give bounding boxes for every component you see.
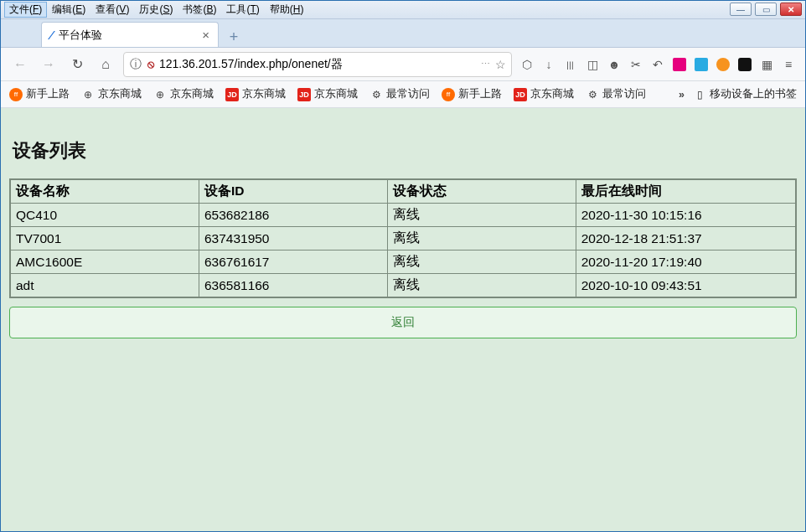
bookmark-label: 京东商城: [242, 87, 286, 101]
table-row: adt636581166离线2020-10-10 09:43:51: [11, 274, 795, 297]
cell-status: 离线: [388, 227, 576, 250]
mobile-icon: ▯: [693, 88, 706, 101]
toolbar-actions: ⬡ ↓ ⫼ ◫ ☻ ✂ ↶ ▦ ≡: [519, 56, 797, 73]
bookmark-item[interactable]: JD京东商城: [225, 87, 286, 101]
maximize-button[interactable]: ▭: [755, 3, 777, 16]
cell-id: 636761617: [199, 251, 387, 273]
screenshot-icon[interactable]: ✂: [628, 56, 644, 73]
cell-id: 636581166: [199, 274, 387, 297]
bookmark-item[interactable]: ⊕京东商城: [81, 87, 142, 101]
pocket-icon[interactable]: ⬡: [519, 56, 535, 73]
url-input[interactable]: [159, 58, 476, 71]
device-table: 设备名称设备ID设备状态最后在线时间 QC410653682186离线2020-…: [9, 178, 797, 298]
tab-favicon: ∕: [50, 28, 52, 42]
bookmark-label: 最常访问: [386, 87, 430, 101]
ext4-icon[interactable]: [736, 56, 753, 73]
menu-icon[interactable]: ≡: [780, 56, 797, 73]
bookmark-label: 京东商城: [170, 87, 214, 101]
table-row: AMC1600E636761617离线2020-11-20 17:19:40: [11, 251, 795, 273]
browser-tab[interactable]: ∕ 平台体验 ×: [41, 22, 219, 47]
bookmark-item[interactable]: JD京东商城: [297, 87, 358, 101]
tab-title: 平台体验: [59, 28, 102, 43]
bookmark-item[interactable]: ⊕京东商城: [153, 87, 214, 101]
menu-b[interactable]: 书签(B): [178, 2, 221, 18]
url-bar[interactable]: ⓘ ⦸ ⋯ ☆: [123, 52, 512, 77]
bookmark-item[interactable]: ⚙最常访问: [586, 87, 646, 101]
cell-last: 2020-11-30 10:15:16: [576, 204, 795, 226]
library-icon[interactable]: ⫼: [562, 56, 579, 73]
cell-name: AMC1600E: [11, 251, 199, 273]
table-row: TV7001637431950离线2020-12-18 21:51:37: [11, 227, 795, 250]
window-controls: — ▭ ✕: [730, 3, 802, 16]
gear-icon: ⚙: [369, 88, 383, 101]
tab-close-icon[interactable]: ×: [202, 28, 209, 42]
gear-icon: ⚙: [586, 88, 599, 101]
bookmark-item[interactable]: ⚙最常访问: [369, 87, 430, 101]
bookmark-label: 京东商城: [530, 87, 574, 101]
jd-icon: JD: [225, 88, 239, 101]
ext1-icon[interactable]: [671, 56, 688, 73]
history-icon[interactable]: ↶: [649, 56, 666, 73]
globe-icon: ⊕: [153, 88, 167, 101]
tab-strip: ∕ 平台体验 × +: [1, 19, 805, 48]
column-header: 设备名称: [11, 180, 199, 203]
bookmark-star-icon[interactable]: ☆: [495, 58, 506, 71]
bookmark-label: 京东商城: [314, 87, 358, 101]
page-title: 设备列表: [13, 138, 797, 163]
bookmarks-overflow-icon[interactable]: »: [679, 89, 685, 101]
menu-e[interactable]: 编辑(E): [47, 2, 90, 18]
bookmark-label: 新手上路: [26, 87, 70, 101]
new-tab-button[interactable]: +: [222, 27, 245, 47]
info-icon[interactable]: ⓘ: [129, 57, 142, 72]
back-button[interactable]: ←: [9, 54, 31, 75]
bookmark-item[interactable]: JD京东商城: [514, 87, 574, 101]
cell-last: 2020-10-10 09:43:51: [576, 274, 795, 297]
menu-h[interactable]: 帮助(H): [265, 2, 309, 18]
cell-last: 2020-12-18 21:51:37: [576, 227, 795, 250]
insecure-icon: ⦸: [147, 58, 154, 71]
bookmark-item[interactable]: ff新手上路: [442, 87, 502, 101]
bookmark-label: 京东商城: [98, 87, 142, 101]
cell-last: 2020-11-20 17:19:40: [576, 251, 795, 273]
mobile-bookmarks[interactable]: ▯ 移动设备上的书签: [693, 87, 797, 101]
ff-icon: ff: [9, 88, 23, 101]
account-icon[interactable]: ☻: [606, 56, 623, 73]
cell-status: 离线: [388, 274, 576, 297]
bookmarks-bar: ff新手上路⊕京东商城⊕京东商城JD京东商城JD京东商城⚙最常访问ff新手上路J…: [1, 81, 805, 108]
ext2-icon[interactable]: [693, 56, 710, 73]
cell-name: TV7001: [11, 227, 199, 250]
sidebar-icon[interactable]: ◫: [584, 56, 601, 73]
bookmark-item[interactable]: ff新手上路: [9, 87, 70, 101]
bookmark-label: 新手上路: [458, 87, 502, 101]
ext3-icon[interactable]: [715, 56, 731, 73]
cell-id: 653682186: [199, 204, 387, 226]
url-dropdown-icon[interactable]: ⋯: [481, 59, 490, 70]
table-row: QC410653682186离线2020-11-30 10:15:16: [11, 204, 795, 226]
menu-bar: 文件(F)编辑(E)查看(V)历史(S)书签(B)工具(T)帮助(H) — ▭ …: [1, 1, 805, 19]
cell-status: 离线: [388, 204, 576, 226]
bookmark-label: 最常访问: [602, 87, 646, 101]
cell-name: QC410: [11, 204, 199, 226]
menu-f[interactable]: 文件(F): [4, 2, 47, 18]
globe-icon: ⊕: [81, 88, 95, 101]
jd-icon: JD: [297, 88, 311, 101]
navigation-toolbar: ← → ↻ ⌂ ⓘ ⦸ ⋯ ☆ ⬡ ↓ ⫼ ◫ ☻ ✂ ↶ ▦ ≡: [1, 48, 805, 81]
forward-button[interactable]: →: [38, 54, 59, 75]
extensions-icon[interactable]: ▦: [758, 56, 775, 73]
column-header: 最后在线时间: [576, 180, 795, 203]
cell-status: 离线: [388, 251, 576, 273]
ff-icon: ff: [442, 88, 455, 101]
menu-t[interactable]: 工具(T): [221, 2, 264, 18]
menu-v[interactable]: 查看(V): [90, 2, 134, 18]
mobile-bookmarks-label: 移动设备上的书签: [710, 87, 797, 101]
close-button[interactable]: ✕: [780, 3, 802, 16]
jd-icon: JD: [514, 88, 527, 101]
back-page-button[interactable]: 返回: [9, 307, 797, 338]
reload-button[interactable]: ↻: [66, 54, 88, 75]
page-content: 设备列表 设备名称设备ID设备状态最后在线时间 QC410653682186离线…: [1, 108, 805, 532]
home-button[interactable]: ⌂: [95, 54, 116, 75]
menu-s[interactable]: 历史(S): [134, 2, 178, 18]
downloads-icon[interactable]: ↓: [540, 56, 557, 73]
minimize-button[interactable]: —: [730, 3, 752, 16]
cell-name: adt: [11, 274, 199, 297]
